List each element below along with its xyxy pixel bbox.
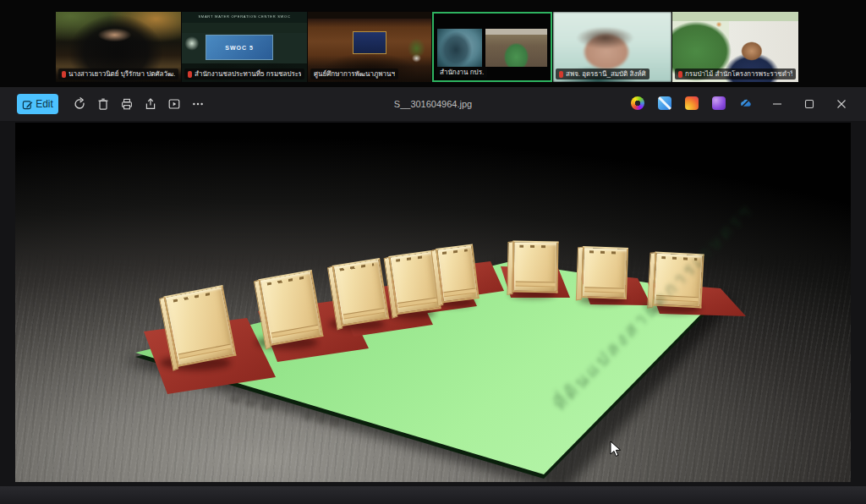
participant-name: สำนักงาน กปร. xyxy=(440,68,484,77)
maximize-button[interactable] xyxy=(793,87,825,121)
projector-screen: SWOC 5 xyxy=(206,35,273,60)
onedrive-icon[interactable] xyxy=(739,96,753,110)
titlebar-app-icons xyxy=(631,96,753,110)
board-face xyxy=(512,241,558,293)
participant-name-label: นางสาวเยาวนิตย์ บุรีรักษา ปตศัลวัฒ... xyxy=(58,68,178,79)
rotate-icon xyxy=(73,97,86,111)
participant-name: ศูนย์ศึกษาการพัฒนาภูพานฯ xyxy=(314,69,395,79)
ellipsis-icon xyxy=(191,97,205,111)
photo-viewer: ที่ดินแปลงสาธิตการเกษตรฯ ๗๗๘ - ๐๐๐ xyxy=(0,121,866,486)
share-icon xyxy=(144,97,157,111)
trash-icon xyxy=(96,97,110,111)
easel-board xyxy=(436,244,480,304)
app-bottom-strip xyxy=(0,486,866,504)
edit-image-icon[interactable] xyxy=(658,96,671,110)
close-icon xyxy=(836,98,847,110)
muted-mic-icon xyxy=(678,71,682,78)
share-button[interactable] xyxy=(142,94,158,114)
participant-video-2[interactable]: SMART WATER OPERATION CENTER SWOC SWOC 5… xyxy=(182,12,307,82)
participant-name-label: สำนักงานชลประทานที่5 กรมชลประทาน xyxy=(184,68,304,79)
close-button[interactable] xyxy=(825,87,858,121)
projector-screen xyxy=(353,31,387,54)
board-face xyxy=(259,270,324,346)
participant-name-label: สพจ. อุดรธานี_สมบัติ สิงห์ศิ xyxy=(556,68,650,79)
participant-video-4-active-speaker[interactable]: สำนักงาน กปร. xyxy=(432,12,552,82)
camera-view-person xyxy=(437,29,481,67)
easel-board xyxy=(259,270,324,346)
edit-button-label: Edit xyxy=(36,98,53,110)
participant-name: สพจ. อุดรธานี_สมบัติ สิงห์ศิ xyxy=(566,69,646,79)
video-conference-strip: นางสาวเยาวนิตย์ บุรีรักษา ปตศัลวัฒ... SM… xyxy=(0,0,866,87)
easel-board xyxy=(512,241,558,293)
window-controls xyxy=(761,87,858,121)
participant-name-label: กรมป่าไม้ สำนักโครงการพระราชดำริแล... xyxy=(675,68,796,79)
slideshow-button[interactable] xyxy=(166,94,182,114)
muted-mic-icon xyxy=(188,71,192,78)
edit-pencil-icon xyxy=(22,99,33,110)
participant-name: สำนักงานชลประทานที่5 กรมชลประทาน xyxy=(195,69,301,79)
paint-icon[interactable] xyxy=(685,96,699,110)
muted-mic-icon xyxy=(559,71,563,78)
easel-board xyxy=(332,258,390,326)
board-face xyxy=(436,244,480,304)
board-face xyxy=(332,258,390,326)
minimize-icon xyxy=(771,98,783,110)
mouse-cursor xyxy=(610,441,622,457)
participant-name: นางสาวเยาวนิตย์ บุรีรักษา ปตศัลวัฒ... xyxy=(69,69,175,79)
participant-video-5[interactable]: สพจ. อุดรธานี_สมบัติ สิงห์ศิ xyxy=(553,12,671,82)
photos-titlebar: Edit xyxy=(0,87,866,121)
participant-name: กรมป่าไม้ สำนักโครงการพระราชดำริแล... xyxy=(685,69,792,79)
participant-video-3[interactable]: ศูนย์ศึกษาการพัฒนาภูพานฯ xyxy=(308,12,431,82)
room-sign-text: SMART WATER OPERATION CENTER SWOC xyxy=(182,14,307,19)
minimize-button[interactable] xyxy=(761,87,793,121)
screen: นางสาวเยาวนิตย์ บุรีรักษา ปตศัลวัฒ... SM… xyxy=(0,0,866,504)
delete-button[interactable] xyxy=(95,94,111,114)
maximize-icon xyxy=(803,98,815,110)
photos-app-window: Edit xyxy=(0,87,866,504)
edit-button[interactable]: Edit xyxy=(17,94,58,114)
participant-video-6[interactable]: กรมป่าไม้ สำนักโครงการพระราชดำริแล... xyxy=(672,12,798,82)
print-icon xyxy=(120,97,134,111)
participant-name-label: สำนักงาน กปร. xyxy=(436,67,487,78)
participant-video-1[interactable]: นางสาวเยาวนิตย์ บุรีรักษา ปตศัลวัฒ... xyxy=(56,12,181,82)
rotate-button[interactable] xyxy=(71,94,87,114)
cloud-slash-icon xyxy=(739,96,753,110)
camera-view-meeting-room xyxy=(485,29,547,67)
designer-icon[interactable] xyxy=(631,96,644,110)
muted-mic-icon xyxy=(62,71,66,78)
print-button[interactable] xyxy=(118,94,134,114)
participant-name-label: ศูนย์ศึกษาการพัฒนาภูพานฯ xyxy=(310,68,398,79)
more-options-button[interactable] xyxy=(189,94,206,114)
board-face xyxy=(581,246,628,299)
clipchamp-icon[interactable] xyxy=(712,96,726,110)
easel-board xyxy=(581,246,628,299)
slideshow-icon xyxy=(167,97,181,111)
photo-image[interactable]: ที่ดินแปลงสาธิตการเกษตรฯ ๗๗๘ - ๐๐๐ xyxy=(15,123,851,482)
photos-toolbar xyxy=(71,94,206,114)
